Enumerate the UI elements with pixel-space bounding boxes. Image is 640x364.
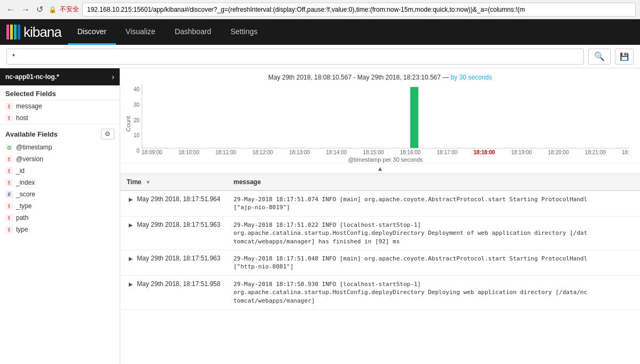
address-input[interactable] bbox=[82, 3, 636, 17]
chart-title-link[interactable]: by 30 seconds bbox=[451, 74, 492, 81]
available-field-index[interactable]: t _index bbox=[0, 177, 120, 188]
time-cell: ▶ May 29th 2018, 18:17:51.964 bbox=[120, 191, 227, 216]
message-cell-1: 29-May-2018 18:17:51.074 INFO [main] org… bbox=[227, 191, 640, 216]
message-cell-3: 29-May-2018 18:17:51.048 INFO [main] org… bbox=[227, 250, 640, 275]
index-pattern-header: nc-app01-nc-log.* › bbox=[0, 68, 120, 85]
available-field-version[interactable]: t @version bbox=[0, 153, 120, 165]
x-label-7: 18:15:00 bbox=[363, 149, 384, 155]
field-type-icon-timestamp: ⊙ bbox=[5, 144, 13, 151]
x-label-6: 18:14:00 bbox=[326, 149, 347, 155]
field-name-message: message bbox=[16, 102, 42, 110]
selected-fields-title: Selected Fields bbox=[0, 85, 120, 100]
selected-field-host[interactable]: t host bbox=[0, 112, 120, 124]
nav-item-dashboard[interactable]: Dashboard bbox=[165, 19, 221, 45]
time-value-1: May 29th 2018, 18:17:51.964 bbox=[137, 195, 220, 203]
x-label-13: 18:21:00 bbox=[585, 149, 606, 155]
x-label-2: 18:10:00 bbox=[178, 149, 199, 155]
content-area: May 29th 2018, 18:08:10.567 - May 29th 2… bbox=[120, 68, 640, 364]
available-field-path[interactable]: t path bbox=[0, 212, 120, 224]
top-navigation: kibana Discover Visualize Dashboard Sett… bbox=[0, 19, 640, 45]
available-field-timestamp[interactable]: ⊙ @timestamp bbox=[0, 141, 120, 153]
available-fields-header: Available Fields ⚙ bbox=[0, 124, 120, 141]
sidebar-collapse-button[interactable]: › bbox=[112, 73, 114, 81]
field-type-icon-host: t bbox=[5, 114, 13, 122]
field-type-icon-message: t bbox=[5, 102, 13, 110]
chart-container: May 29th 2018, 18:08:10.567 - May 29th 2… bbox=[120, 68, 640, 174]
results-area: Time ▼ message ▶ May 29th 2018, 18:17:51… bbox=[120, 174, 640, 364]
index-pattern-label: nc-app01-nc-log.* bbox=[5, 73, 59, 81]
y-tick-20: 20 bbox=[134, 117, 139, 123]
time-cell-2: ▶ May 29th 2018, 18:17:51.963 bbox=[120, 216, 227, 250]
x-label-12: 18:20:00 bbox=[548, 149, 569, 155]
kibana-logo: kibana bbox=[0, 19, 68, 45]
field-type-icon-index: t bbox=[5, 179, 13, 186]
message-cell-4: 29-May-2018 18:17:50.930 INFO [localhost… bbox=[227, 275, 640, 309]
table-row: ▶ May 29th 2018, 18:17:51.958 29-May-201… bbox=[120, 275, 640, 309]
available-fields-title: Available Fields bbox=[5, 130, 58, 138]
x-label-5: 18:13:00 bbox=[289, 149, 310, 155]
time-column-header[interactable]: Time ▼ bbox=[120, 174, 227, 191]
expand-row-button-2[interactable]: ▶ bbox=[127, 222, 135, 228]
collapse-icon: ▲ bbox=[377, 165, 384, 172]
x-label-3: 18:11:00 bbox=[215, 149, 236, 155]
forward-button[interactable]: → bbox=[19, 4, 32, 15]
nav-item-settings[interactable]: Settings bbox=[221, 19, 267, 45]
table-row: ▶ May 29th 2018, 18:17:51.964 29-May-201… bbox=[120, 191, 640, 216]
y-axis-label: Count bbox=[125, 116, 131, 131]
table-row: ▶ May 29th 2018, 18:17:51.963 29-May-201… bbox=[120, 216, 640, 250]
expand-row-button-3[interactable]: ▶ bbox=[127, 256, 135, 262]
message-column-header: message bbox=[227, 174, 640, 191]
browser-nav-buttons: ← → ↺ bbox=[4, 3, 45, 15]
selected-field-message[interactable]: t message bbox=[0, 100, 120, 112]
save-button[interactable]: 💾 bbox=[615, 49, 634, 65]
available-field-type2[interactable]: t type bbox=[0, 224, 120, 235]
time-value-2: May 29th 2018, 18:17:51.963 bbox=[137, 221, 220, 228]
nav-item-discover[interactable]: Discover bbox=[68, 19, 116, 45]
field-name-version: @version bbox=[16, 155, 43, 163]
security-icon: 🔒 bbox=[49, 6, 57, 13]
y-tick-10: 10 bbox=[134, 132, 139, 138]
table-row: ▶ May 29th 2018, 18:17:51.963 29-May-201… bbox=[120, 250, 640, 275]
field-name-type2: type bbox=[16, 226, 28, 233]
field-type-icon-version: t bbox=[5, 155, 13, 163]
results-table: Time ▼ message ▶ May 29th 2018, 18:17:51… bbox=[120, 174, 640, 310]
chart-bar bbox=[410, 87, 418, 148]
time-column-label: Time bbox=[127, 178, 142, 186]
nav-item-visualize[interactable]: Visualize bbox=[116, 19, 165, 45]
expand-row-button-4[interactable]: ▶ bbox=[127, 281, 135, 287]
message-column-label: message bbox=[233, 178, 261, 186]
x-axis-title: @timestamp per 30 seconds bbox=[142, 156, 629, 163]
expand-row-button-1[interactable]: ▶ bbox=[127, 196, 135, 202]
y-tick-30: 30 bbox=[134, 102, 139, 108]
security-label: 不安全 bbox=[60, 5, 79, 14]
kibana-logo-text: kibana bbox=[24, 24, 61, 41]
time-value-3: May 29th 2018, 18:17:51.963 bbox=[137, 255, 220, 262]
browser-address-bar: ← → ↺ 🔒 不安全 bbox=[0, 0, 640, 19]
sort-icon: ▼ bbox=[145, 179, 151, 185]
available-field-type[interactable]: t _type bbox=[0, 200, 120, 212]
y-tick-0: 0 bbox=[136, 148, 139, 154]
field-name-index: _index bbox=[16, 179, 35, 186]
field-name-path: path bbox=[16, 214, 28, 221]
reload-button[interactable]: ↺ bbox=[34, 3, 45, 15]
collapse-chart-button[interactable]: ▲ bbox=[120, 163, 640, 173]
field-name-host: host bbox=[16, 114, 28, 122]
time-value-4: May 29th 2018, 18:17:51.958 bbox=[137, 280, 220, 288]
available-field-score[interactable]: # _score bbox=[0, 188, 120, 200]
x-label-14: 18: bbox=[622, 149, 629, 155]
x-label-8: 18:16:00 bbox=[400, 149, 420, 155]
search-button[interactable]: 🔍 bbox=[588, 49, 611, 65]
available-fields-gear-button[interactable]: ⚙ bbox=[101, 129, 114, 139]
chart-bars bbox=[142, 84, 629, 148]
field-name-score: _score bbox=[16, 191, 35, 198]
field-type-icon-type: t bbox=[5, 202, 13, 210]
field-name-type: _type bbox=[16, 202, 32, 210]
field-name-id: _id bbox=[16, 167, 25, 175]
search-input[interactable] bbox=[6, 49, 584, 65]
back-button[interactable]: ← bbox=[4, 4, 17, 15]
field-type-icon-score: # bbox=[5, 191, 13, 198]
x-label-11: 18:19:00 bbox=[511, 149, 532, 155]
chart-title: May 29th 2018, 18:08:10.567 - May 29th 2… bbox=[120, 74, 640, 81]
available-field-id[interactable]: t _id bbox=[0, 165, 120, 177]
field-name-timestamp: @timestamp bbox=[16, 144, 52, 151]
